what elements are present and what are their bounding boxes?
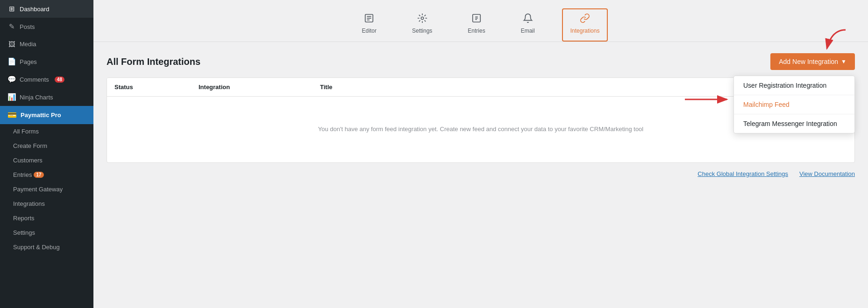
media-icon: 🖼 bbox=[7, 40, 16, 48]
main-content: Editor Settings Entries Email Integratio… bbox=[93, 0, 868, 308]
settings-tab-icon bbox=[417, 13, 427, 26]
paymattic-icon: 💳 bbox=[7, 111, 17, 119]
entries-badge: 17 bbox=[34, 172, 43, 178]
entries-label: Entries bbox=[13, 171, 32, 178]
dropdown-item-mailchimp[interactable]: Mailchimp Feed bbox=[734, 95, 854, 114]
sidebar-item-label: Dashboard bbox=[20, 6, 50, 13]
sidebar-item-dashboard[interactable]: ⊞ Dashboard bbox=[0, 0, 93, 18]
sidebar-item-label: Pages bbox=[20, 58, 37, 65]
tab-editor-label: Editor bbox=[362, 28, 377, 34]
posts-icon: ✎ bbox=[7, 22, 16, 31]
sidebar-item-settings[interactable]: Settings bbox=[0, 225, 93, 240]
tab-integrations-label: Integrations bbox=[570, 28, 600, 34]
dropdown-item-telegram[interactable]: Telegram Messenger Integration bbox=[734, 114, 854, 133]
sidebar-item-integrations[interactable]: Integrations bbox=[0, 196, 93, 211]
reports-label: Reports bbox=[13, 215, 35, 222]
comments-badge: 48 bbox=[55, 77, 64, 83]
sidebar-item-label: Media bbox=[20, 41, 36, 48]
view-documentation-link[interactable]: View Documentation bbox=[799, 170, 855, 177]
sidebar-item-label: Comments bbox=[20, 76, 49, 83]
tab-settings-label: Settings bbox=[412, 28, 432, 34]
integrations-tab-icon bbox=[580, 13, 590, 26]
tab-email-label: Email bbox=[521, 28, 535, 34]
column-integration: Integration bbox=[199, 84, 320, 91]
integration-dropdown: User Registration Integration Mailchimp … bbox=[733, 76, 855, 133]
tab-integrations[interactable]: Integrations bbox=[562, 8, 608, 42]
svg-point-4 bbox=[421, 17, 424, 20]
tab-entries[interactable]: Entries bbox=[459, 8, 493, 42]
add-new-integration-button[interactable]: Add New Integration ▼ bbox=[770, 53, 855, 70]
entries-tab-icon bbox=[471, 13, 482, 26]
dropdown-item-user-registration[interactable]: User Registration Integration bbox=[734, 76, 854, 95]
payment-gateway-label: Payment Gateway bbox=[13, 186, 63, 193]
tab-editor[interactable]: Editor bbox=[354, 8, 385, 42]
tab-email[interactable]: Email bbox=[512, 8, 543, 42]
support-debug-label: Support & Debug bbox=[13, 244, 60, 251]
paymattic-label: Paymattic Pro bbox=[21, 112, 61, 119]
sidebar-item-comments[interactable]: 💬 Comments 48 bbox=[0, 70, 93, 88]
tab-settings[interactable]: Settings bbox=[404, 8, 441, 42]
editor-icon bbox=[364, 13, 374, 26]
ninja-charts-icon: 📊 bbox=[7, 93, 16, 101]
page-body: All Form Integrations Add New Integratio… bbox=[93, 42, 868, 308]
create-form-label: Create Form bbox=[13, 142, 47, 149]
sidebar: ⊞ Dashboard ✎ Posts 🖼 Media 📄 Pages 💬 Co… bbox=[0, 0, 93, 308]
customers-label: Customers bbox=[13, 157, 43, 164]
sidebar-item-label: Posts bbox=[20, 23, 35, 30]
all-forms-label: All Forms bbox=[13, 128, 39, 135]
sidebar-item-label: Ninja Charts bbox=[20, 94, 53, 101]
footer-links: Check Global Integration Settings View D… bbox=[107, 170, 855, 177]
sidebar-item-ninja-charts[interactable]: 📊 Ninja Charts bbox=[0, 88, 93, 106]
sidebar-item-support-debug[interactable]: Support & Debug bbox=[0, 240, 93, 254]
pages-icon: 📄 bbox=[7, 57, 16, 66]
column-status: Status bbox=[114, 84, 199, 91]
chevron-down-icon: ▼ bbox=[841, 58, 847, 65]
check-global-integration-link[interactable]: Check Global Integration Settings bbox=[697, 170, 788, 177]
sidebar-item-reports[interactable]: Reports bbox=[0, 211, 93, 225]
sidebar-item-entries[interactable]: Entries 17 bbox=[0, 168, 93, 182]
page-title: All Form Integrations bbox=[107, 56, 200, 67]
sidebar-item-posts[interactable]: ✎ Posts bbox=[0, 18, 93, 35]
page-header: All Form Integrations Add New Integratio… bbox=[107, 53, 855, 70]
email-tab-icon bbox=[523, 13, 533, 26]
sidebar-item-customers[interactable]: Customers bbox=[0, 153, 93, 168]
top-tabs: Editor Settings Entries Email Integratio… bbox=[93, 0, 868, 42]
integrations-label: Integrations bbox=[13, 200, 45, 207]
add-integration-label: Add New Integration bbox=[779, 58, 838, 65]
sidebar-item-media[interactable]: 🖼 Media bbox=[0, 35, 93, 53]
paymattic-header[interactable]: 💳 Paymattic Pro bbox=[0, 106, 93, 124]
settings-label: Settings bbox=[13, 229, 35, 236]
sidebar-item-pages[interactable]: 📄 Pages bbox=[0, 53, 93, 70]
sidebar-item-payment-gateway[interactable]: Payment Gateway bbox=[0, 182, 93, 196]
dashboard-icon: ⊞ bbox=[7, 5, 16, 13]
comments-icon: 💬 bbox=[7, 75, 16, 84]
sidebar-item-create-form[interactable]: Create Form bbox=[0, 139, 93, 153]
sidebar-item-all-forms[interactable]: All Forms bbox=[0, 124, 93, 139]
tab-entries-label: Entries bbox=[468, 28, 485, 34]
